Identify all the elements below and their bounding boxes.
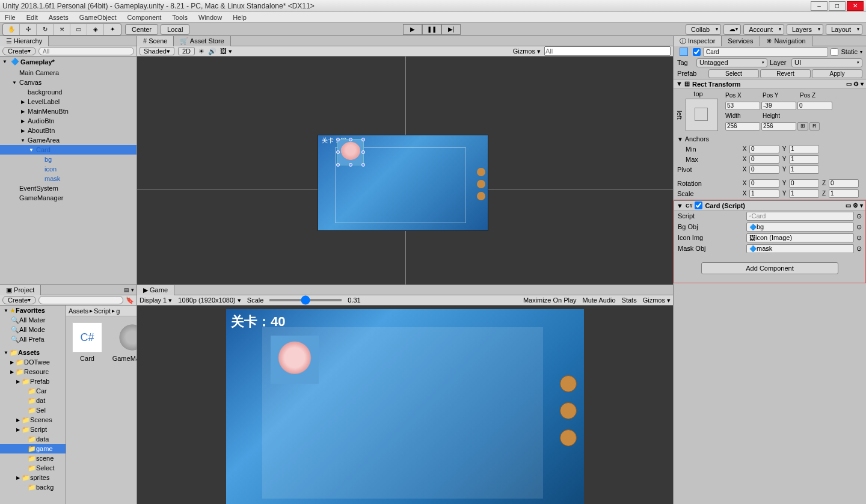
game-gizmos-dropdown[interactable]: Gizmos ▾ bbox=[643, 297, 671, 304]
game-side-btn-3[interactable] bbox=[560, 429, 577, 446]
tool-move[interactable]: ✢ bbox=[20, 24, 37, 35]
menu-assets[interactable]: Assets bbox=[46, 14, 71, 21]
rect-transform-header[interactable]: ▼ ⊞ Rect Transform▭ ⚙ ▾ bbox=[674, 79, 866, 89]
hierarchy-item[interactable]: ▶LevelLabel bbox=[0, 97, 137, 106]
pivot-x[interactable] bbox=[749, 165, 779, 174]
tag-dropdown[interactable]: Untagged bbox=[696, 58, 767, 67]
game-tab[interactable]: ▶ Game bbox=[137, 285, 174, 295]
icon-img-field[interactable]: 🖼 icon (Image) bbox=[746, 233, 854, 242]
blueprint-icon[interactable]: ⊞ bbox=[797, 122, 808, 131]
width-field[interactable] bbox=[725, 122, 760, 131]
space-local-toggle[interactable]: Local bbox=[161, 24, 189, 35]
scale-slider[interactable] bbox=[269, 299, 342, 301]
hierarchy-item[interactable]: ▶AudioBtn bbox=[0, 116, 137, 126]
scl-y[interactable] bbox=[789, 189, 819, 198]
project-folder[interactable]: ▶📁 DOTwee bbox=[0, 357, 66, 367]
rot-x[interactable] bbox=[749, 179, 779, 188]
hierarchy-item[interactable]: ▼Canvas bbox=[0, 78, 137, 87]
asset-card[interactable]: C# Card bbox=[72, 322, 102, 362]
bg-obj-field[interactable]: 🔷 bg bbox=[746, 223, 854, 232]
window-max-button[interactable]: □ bbox=[829, 1, 846, 11]
posy-field[interactable] bbox=[761, 102, 796, 110]
hierarchy-item[interactable]: ▶AboutBtn bbox=[0, 126, 137, 135]
anchor-max-y[interactable] bbox=[789, 155, 819, 164]
card-script-header[interactable]: ▼ C# Card (Script)▭ ⚙ ▾ bbox=[674, 200, 865, 211]
prefab-apply-button[interactable]: Apply bbox=[812, 69, 862, 78]
menu-edit[interactable]: Edit bbox=[24, 14, 40, 21]
tool-transform[interactable]: ◈ bbox=[87, 24, 104, 35]
navigation-tab[interactable]: ⛯ Navigation bbox=[760, 36, 812, 46]
tool-rect[interactable]: ▭ bbox=[70, 24, 87, 35]
prefab-revert-button[interactable]: Revert bbox=[760, 69, 811, 78]
add-component-button[interactable]: Add Component bbox=[701, 262, 838, 274]
project-folder[interactable]: 📁 data bbox=[0, 434, 66, 444]
mask-obj-field[interactable]: 🔷 mask bbox=[746, 244, 854, 253]
static-checkbox[interactable] bbox=[831, 48, 838, 56]
menu-window[interactable]: Window bbox=[196, 14, 224, 21]
layer-dropdown[interactable]: UI bbox=[791, 58, 862, 67]
gameobject-icon[interactable] bbox=[680, 48, 688, 56]
posz-field[interactable] bbox=[797, 102, 832, 110]
cloud-button[interactable]: ☁ bbox=[723, 24, 741, 35]
2d-toggle[interactable]: 2D bbox=[178, 47, 195, 55]
pivot-center-toggle[interactable]: Center bbox=[125, 24, 158, 35]
tool-hand[interactable]: ✋ bbox=[3, 24, 20, 35]
project-folder[interactable]: 📁 Sel bbox=[0, 405, 66, 415]
anchor-preset[interactable] bbox=[686, 99, 718, 131]
fx-icon[interactable]: 🖼 ▾ bbox=[220, 48, 232, 55]
window-min-button[interactable]: – bbox=[811, 1, 828, 11]
rot-y[interactable] bbox=[789, 179, 819, 188]
gameobject-enabled-checkbox[interactable] bbox=[693, 48, 701, 56]
anchor-max-x[interactable] bbox=[749, 155, 779, 164]
project-content[interactable]: Assets ▸ Script ▸ g C# Card GameMana... bbox=[66, 306, 137, 504]
mute-audio-toggle[interactable]: Mute Audio bbox=[583, 297, 616, 304]
hierarchy-tree[interactable]: Main Camera▼Canvasbackground▶LevelLabel▶… bbox=[0, 67, 137, 295]
menu-file[interactable]: File bbox=[2, 14, 18, 21]
crumb-script[interactable]: Script bbox=[94, 307, 111, 315]
hierarchy-item[interactable]: icon bbox=[0, 164, 137, 174]
hierarchy-item[interactable]: mask bbox=[0, 174, 137, 183]
game-side-btn-1[interactable] bbox=[560, 375, 577, 392]
stats-toggle[interactable]: Stats bbox=[622, 297, 637, 304]
game-side-btn-2[interactable] bbox=[560, 402, 577, 419]
light-icon[interactable]: ☀ bbox=[198, 48, 204, 55]
pivot-y[interactable] bbox=[789, 165, 819, 174]
hierarchy-item[interactable]: bg bbox=[0, 155, 137, 164]
prefab-select-button[interactable]: Select bbox=[708, 69, 759, 78]
scene-search[interactable] bbox=[544, 46, 671, 56]
tool-scale[interactable]: ⤧ bbox=[54, 24, 70, 35]
project-folder[interactable]: 📁 game bbox=[0, 444, 66, 453]
project-folder[interactable]: ▶📁 Scenes bbox=[0, 415, 66, 425]
tool-custom[interactable]: ✦ bbox=[104, 24, 121, 35]
script-field[interactable]: ▫ Card bbox=[746, 212, 854, 221]
window-close-button[interactable]: ✕ bbox=[847, 1, 864, 11]
menu-tools[interactable]: Tools bbox=[170, 14, 190, 21]
project-folder[interactable]: 📁 dat bbox=[0, 396, 66, 405]
services-tab[interactable]: Services bbox=[722, 36, 760, 46]
project-folder[interactable]: ▶📁 Script bbox=[0, 425, 66, 434]
shaded-dropdown[interactable]: Shaded ▾ bbox=[140, 47, 174, 55]
hierarchy-item[interactable]: Main Camera bbox=[0, 68, 137, 78]
panel-menu-icon[interactable]: ▤ ▾ bbox=[121, 287, 137, 293]
hierarchy-item[interactable]: background bbox=[0, 87, 137, 97]
scl-x[interactable] bbox=[749, 189, 779, 198]
hierarchy-create-button[interactable]: Create ▾ bbox=[2, 47, 36, 55]
scene-tab[interactable]: # Scene bbox=[137, 36, 174, 46]
project-folder[interactable]: ▶📁 Prefab bbox=[0, 376, 66, 386]
menu-gameobject[interactable]: GameObject bbox=[77, 14, 119, 21]
scene-view[interactable]: 关卡：40 bbox=[137, 57, 673, 284]
play-button[interactable]: ▶ bbox=[403, 24, 422, 35]
hierarchy-item[interactable]: ▼Card bbox=[0, 145, 137, 155]
raw-edit-icon[interactable]: R bbox=[809, 122, 820, 131]
project-folder[interactable]: 📁 Car bbox=[0, 386, 66, 396]
rot-z[interactable] bbox=[829, 179, 859, 188]
gameobject-name-field[interactable]: Card bbox=[703, 48, 828, 57]
game-view[interactable]: 关卡：40 bbox=[137, 306, 673, 504]
hierarchy-item[interactable]: ▶MainMenuBtn bbox=[0, 106, 137, 116]
menu-component[interactable]: Component bbox=[124, 14, 164, 21]
collab-dropdown[interactable]: Collab bbox=[686, 24, 721, 35]
project-tab[interactable]: ▣ Project bbox=[0, 285, 41, 295]
filter-icon[interactable]: 🔖 bbox=[126, 297, 134, 304]
resolution-dropdown[interactable]: 1080p (1920x1080) ▾ bbox=[178, 297, 241, 304]
layers-dropdown[interactable]: Layers bbox=[787, 24, 823, 35]
